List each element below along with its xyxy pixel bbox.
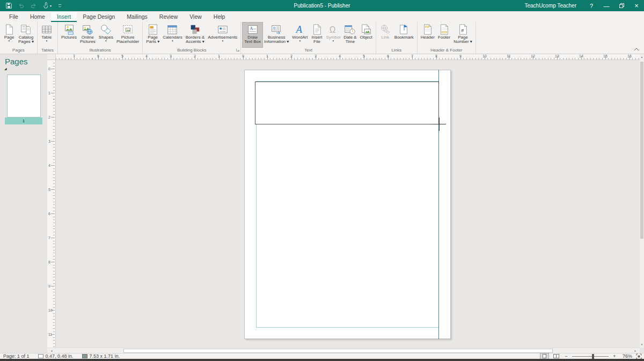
text-box[interactable] (255, 82, 439, 124)
restore-button[interactable] (614, 0, 629, 11)
header-button[interactable]: Header (419, 23, 436, 47)
tab-review[interactable]: Review (153, 12, 184, 22)
tab-insert[interactable]: Insert (51, 12, 77, 22)
object-button[interactable]: Object (358, 23, 374, 47)
tab-file[interactable]: File (3, 12, 24, 22)
undo-button (18, 0, 25, 11)
save-button[interactable] (5, 0, 12, 11)
touch-mouse-mode-button[interactable]: ▾ (42, 0, 52, 11)
advertisements-icon (217, 23, 229, 35)
pictures-icon (63, 23, 75, 35)
picture-placeholder-button[interactable]: PicturePlaceholder (115, 23, 141, 47)
scrollbar-corner (640, 348, 644, 353)
footer-button[interactable]: Footer (436, 23, 452, 47)
draw-text-box-button[interactable]: ADrawText Box (243, 23, 262, 47)
customize-qat-button[interactable] (57, 0, 63, 11)
button-label: PageParts ▾ (146, 35, 159, 44)
page-icon (3, 23, 15, 35)
date-time-button[interactable]: Date &Time (342, 23, 358, 47)
page-thumbnail[interactable] (7, 75, 41, 117)
chevron-down-icon: ▾ (50, 4, 52, 8)
page-indicator[interactable]: Page: 1 of 1 (3, 353, 30, 359)
page-parts-button[interactable]: PageParts ▾ (144, 23, 161, 47)
minimize-button[interactable]: — (599, 0, 614, 11)
calendars-button[interactable]: Calendars▾ (161, 23, 184, 47)
horizontal-scrollbar-thumb[interactable] (123, 349, 553, 353)
object-size-icon (82, 354, 87, 358)
bookmark-button[interactable]: Bookmark (393, 23, 415, 47)
fit-page-to-window-icon[interactable] (636, 353, 642, 359)
zoom-slider[interactable] (572, 353, 609, 359)
button-label: PageNumber ▾ (453, 35, 472, 44)
button-label: Footer (438, 35, 450, 40)
button-label: Pictures (61, 35, 77, 40)
collapse-ribbon-button[interactable] (633, 47, 640, 52)
object-size[interactable]: 7.53 x 1.71 in. (82, 353, 120, 359)
insert-file-button[interactable]: InsertFile (310, 23, 325, 47)
page-thumbnail-label[interactable]: 1 (5, 117, 42, 124)
table-button[interactable]: Table▾ (39, 23, 54, 47)
tab-view[interactable]: View (184, 12, 208, 22)
business-information-button[interactable]: BusinessInformation ▾ (262, 23, 290, 47)
catalog-pages-button[interactable]: CatalogPages ▾ (17, 23, 35, 47)
page-number-button[interactable]: #PageNumber ▾ (452, 23, 474, 47)
workspace-canvas[interactable] (56, 60, 640, 348)
vertical-scrollbar-thumb[interactable] (640, 62, 643, 239)
business-information-icon (270, 23, 282, 35)
link-icon (379, 23, 391, 35)
vertical-ruler[interactable]: 01234567891011 (47, 60, 56, 348)
restore-icon (619, 3, 624, 8)
horizontal-ruler[interactable]: 7654321012345678910111213141516 (47, 54, 640, 60)
calendars-icon (166, 23, 178, 35)
link-button: Link (378, 23, 393, 47)
zoom-in-button[interactable]: + (612, 353, 617, 359)
group-label: Header & Footer (430, 48, 462, 53)
advertisements-button[interactable]: Advertisements▾ (206, 23, 239, 47)
vertical-scrollbar[interactable]: ▲ ▼ (640, 54, 644, 348)
pictures-button[interactable]: Pictures (60, 23, 78, 47)
horizontal-scrollbar[interactable]: ◄ ► (47, 348, 640, 353)
two-page-spread-button[interactable] (552, 353, 560, 359)
page-parts-icon (147, 23, 159, 35)
button-label: WordArt▾ (292, 35, 308, 42)
ribbon-group-links: LinkBookmarkLinks (376, 22, 418, 54)
object-position[interactable]: 0.47, 0.48 in. (38, 353, 74, 359)
button-label: Advertisements▾ (208, 35, 237, 42)
button-label: Borders &Accents ▾ (186, 35, 205, 44)
online-pictures-icon (82, 23, 93, 35)
date-time-icon (344, 23, 356, 35)
help-button[interactable]: ? (584, 0, 599, 11)
borders-accents-button[interactable]: Borders &Accents ▾ (184, 23, 207, 47)
status-bar: Page: 1 of 1 0.47, 0.48 in. 7.53 x 1.71 … (0, 353, 644, 359)
dialog-launcher-icon[interactable] (236, 48, 240, 54)
tab-mailings[interactable]: Mailings (121, 12, 153, 22)
single-page-view-button[interactable] (540, 353, 548, 359)
tab-help[interactable]: Help (208, 12, 231, 22)
zoom-out-button[interactable]: − (564, 353, 568, 359)
online-pictures-button[interactable]: OnlinePictures (78, 23, 97, 47)
button-label: Link (381, 35, 389, 40)
publisher-window: ▾ Publication5 - Publisher TeachUcomp Te… (0, 0, 644, 361)
shapes-button[interactable]: Shapes▾ (97, 23, 115, 47)
close-button[interactable]: × (629, 0, 644, 11)
group-label: Illustrations (89, 48, 111, 53)
scroll-down-icon[interactable]: ▼ (640, 342, 644, 348)
group-label: Text (304, 48, 312, 53)
button-label: OnlinePictures (80, 35, 96, 44)
ribbon-group-illustrations: PicturesOnlinePicturesShapes▾PicturePlac… (58, 22, 143, 54)
button-label: Table▾ (41, 35, 52, 42)
collapse-panel-icon[interactable]: ◢ (0, 66, 47, 71)
footer-icon (438, 23, 450, 35)
h-ruler-numbers: 7654321012345678910111213141516 (56, 54, 640, 60)
scroll-up-icon[interactable]: ▲ (640, 54, 644, 60)
wordart-button[interactable]: AWordArt▾ (290, 23, 309, 47)
signed-in-user[interactable]: TeachUcomp Teacher (517, 3, 584, 9)
tab-home[interactable]: Home (24, 12, 51, 22)
button-label: Bookmark (394, 35, 414, 40)
zoom-level[interactable]: 76% (620, 353, 632, 359)
page-button[interactable]: Page▾ (2, 23, 17, 47)
zoom-slider-thumb[interactable] (592, 354, 594, 359)
single-page-icon (543, 354, 546, 358)
chevron-down-icon: ▾ (208, 40, 237, 42)
tab-page-design[interactable]: Page Design (77, 12, 121, 22)
